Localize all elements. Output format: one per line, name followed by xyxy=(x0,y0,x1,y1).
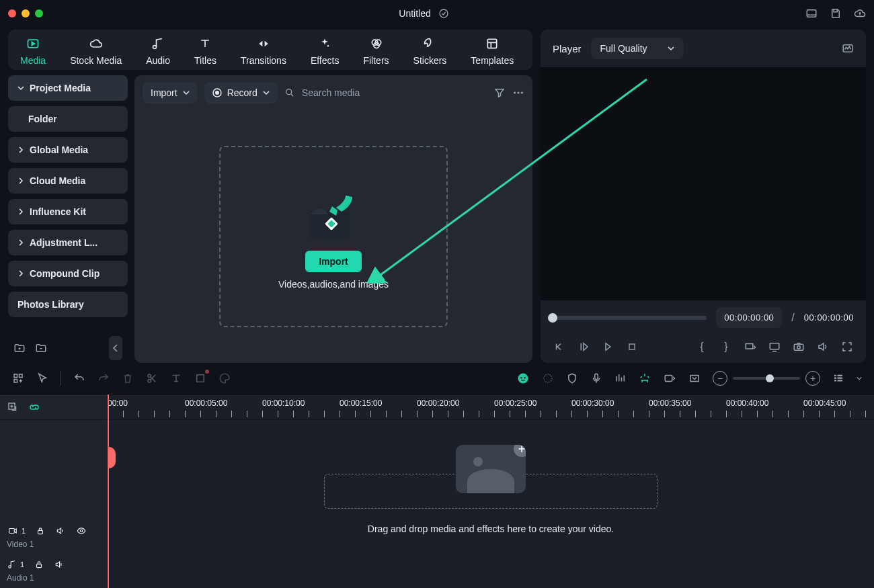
import-dropzone[interactable]: Import Videos,audios,and images xyxy=(219,146,448,327)
color-icon[interactable] xyxy=(218,372,231,384)
sidebar-item-compound-clip[interactable]: Compound Clip xyxy=(8,261,128,286)
timeline-area[interactable]: 00:0000:00:05:0000:00:10:0000:00:15:0000… xyxy=(108,394,874,588)
tab-transitions[interactable]: Transitions xyxy=(229,36,299,66)
pointer-icon[interactable] xyxy=(36,372,48,384)
tab-effects[interactable]: Effects xyxy=(299,36,352,66)
sidebar-item-influence-kit[interactable]: Influence Kit xyxy=(8,199,128,224)
playhead[interactable] xyxy=(108,394,109,588)
tab-stock[interactable]: Stock Media xyxy=(58,36,134,66)
lock-icon[interactable] xyxy=(34,560,44,569)
sidebar-label: Photos Library xyxy=(17,299,84,310)
add-track-icon[interactable] xyxy=(12,372,24,384)
progress-thumb[interactable] xyxy=(548,313,557,323)
redo-icon[interactable] xyxy=(97,372,110,384)
search-media[interactable] xyxy=(284,87,487,99)
time-current: 00:00:00:00 xyxy=(716,307,782,328)
sidebar-item-global-media[interactable]: Global Media xyxy=(8,137,128,163)
lock-icon[interactable] xyxy=(35,526,46,536)
mic-icon[interactable] xyxy=(590,372,602,384)
audio-levels-icon[interactable] xyxy=(614,372,627,384)
zoom-out-button[interactable]: − xyxy=(713,371,727,386)
save-icon[interactable] xyxy=(830,7,842,19)
display-icon[interactable] xyxy=(768,340,781,353)
sidebar-item-cloud-media[interactable]: Cloud Media xyxy=(8,168,128,194)
search-input[interactable] xyxy=(301,87,487,99)
enhance-icon[interactable] xyxy=(542,372,554,384)
layout-icon[interactable] xyxy=(805,7,818,19)
aspect-dropdown[interactable] xyxy=(744,340,757,353)
collapse-sidebar-button[interactable] xyxy=(109,336,122,360)
mark-out-icon[interactable]: } xyxy=(719,340,733,353)
next-frame-button[interactable] xyxy=(601,340,614,353)
svg-point-13 xyxy=(521,91,523,93)
timeline-dropzone[interactable]: + xyxy=(324,474,658,509)
timeline-toolbar: − + xyxy=(0,363,874,394)
quality-dropdown[interactable]: Full Quality xyxy=(591,38,684,59)
svg-point-10 xyxy=(286,89,291,95)
text-tool-icon[interactable] xyxy=(170,372,182,384)
video-track-header[interactable]: 1 Video 1 xyxy=(0,521,107,554)
minimize-window-button[interactable] xyxy=(22,9,30,17)
tab-titles[interactable]: Titles xyxy=(182,36,229,66)
zoom-thumb[interactable] xyxy=(766,374,774,382)
split-icon[interactable] xyxy=(146,372,158,384)
close-window-button[interactable] xyxy=(8,9,16,17)
tab-audio[interactable]: Audio xyxy=(134,36,182,66)
audio-track-header[interactable]: 1 Audio 1 xyxy=(0,554,107,588)
sidebar-item-folder[interactable]: Folder xyxy=(8,106,128,132)
mark-in-icon[interactable]: { xyxy=(695,340,709,353)
zoom-slider[interactable] xyxy=(733,377,800,380)
svg-rect-43 xyxy=(9,529,15,534)
undo-icon[interactable] xyxy=(73,372,85,384)
scopes-icon[interactable] xyxy=(842,42,854,54)
add-clip-button[interactable]: + xyxy=(514,445,526,457)
add-media-track-icon[interactable] xyxy=(7,401,19,413)
eye-icon[interactable] xyxy=(75,526,87,536)
maximize-window-button[interactable] xyxy=(35,9,43,17)
svg-rect-38 xyxy=(834,380,836,381)
tab-templates[interactable]: Templates xyxy=(459,36,526,66)
mute-icon[interactable] xyxy=(54,560,65,569)
fullscreen-icon[interactable] xyxy=(840,340,854,353)
remove-folder-icon[interactable] xyxy=(35,342,47,354)
timeline-ruler[interactable]: 00:0000:00:05:0000:00:10:0000:00:15:0000… xyxy=(108,394,874,420)
chevron-right-icon xyxy=(17,239,24,246)
filter-icon[interactable] xyxy=(493,87,506,99)
track-headers: 1 Video 1 1 Audio 1 xyxy=(0,394,108,588)
tab-transitions-label: Transitions xyxy=(241,55,286,66)
progress-slider[interactable] xyxy=(553,316,707,320)
sidebar-item-project-media[interactable]: Project Media xyxy=(8,75,128,101)
fit-icon[interactable] xyxy=(688,372,701,384)
prev-frame-button[interactable] xyxy=(553,340,566,353)
snapshot-icon[interactable] xyxy=(792,340,805,353)
import-button[interactable]: Import xyxy=(305,251,362,272)
crop-icon[interactable] xyxy=(194,372,206,384)
cloud-upload-icon[interactable] xyxy=(854,7,866,19)
record-dropdown[interactable]: Record xyxy=(204,82,278,103)
view-list-icon[interactable] xyxy=(832,372,844,384)
tab-media[interactable]: Media xyxy=(8,36,58,66)
sidebar-item-photos-library[interactable]: Photos Library xyxy=(8,292,128,317)
sidebar-item-adjustment-layer[interactable]: Adjustment L... xyxy=(8,230,128,255)
link-icon[interactable] xyxy=(28,401,40,413)
playhead-handle[interactable] xyxy=(108,447,116,468)
play-pause-button[interactable] xyxy=(577,340,590,353)
placeholder-thumbnail: + xyxy=(456,445,526,493)
import-dropdown[interactable]: Import xyxy=(143,82,198,103)
stop-button[interactable] xyxy=(625,340,639,353)
markers-icon[interactable] xyxy=(639,372,651,384)
delete-icon[interactable] xyxy=(122,372,134,384)
tab-filters[interactable]: Filters xyxy=(351,36,401,66)
preview-viewport[interactable] xyxy=(541,67,866,300)
volume-icon[interactable] xyxy=(816,340,830,353)
add-folder-icon[interactable] xyxy=(13,342,26,354)
timeline-settings-icon[interactable] xyxy=(663,372,676,384)
mute-icon[interactable] xyxy=(55,526,66,536)
tab-stickers[interactable]: Stickers xyxy=(401,36,459,66)
chevron-down-icon[interactable] xyxy=(857,376,862,381)
more-icon[interactable] xyxy=(512,87,524,99)
shield-icon[interactable] xyxy=(566,372,578,384)
ai-assistant-icon[interactable] xyxy=(516,372,530,385)
zoom-in-button[interactable]: + xyxy=(805,371,820,386)
video-track-label: Video 1 xyxy=(7,540,100,549)
